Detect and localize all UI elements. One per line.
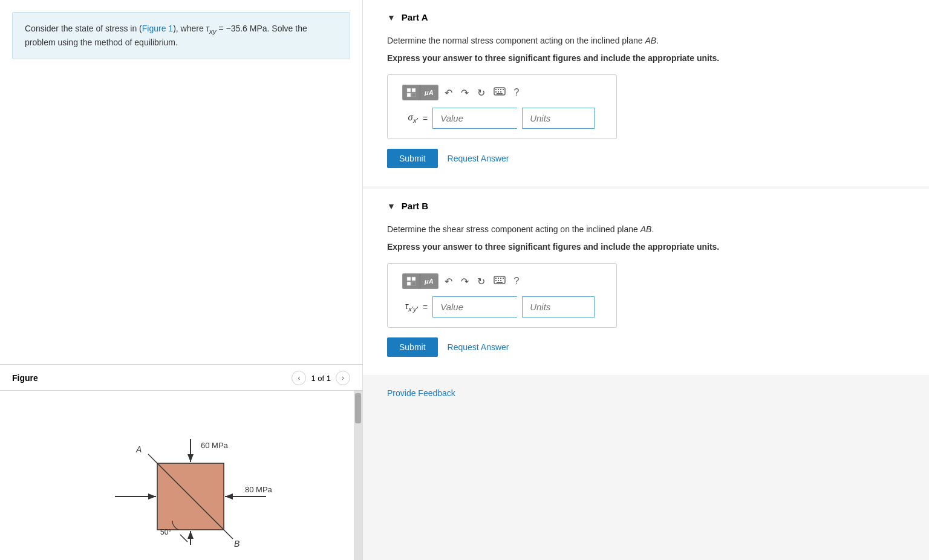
part-a-redo-button[interactable]: ↷	[458, 86, 471, 100]
part-a-value-input[interactable]	[432, 108, 517, 129]
problem-text: Consider the state of stress in (Figure …	[25, 24, 307, 47]
part-a-undo-button[interactable]: ↶	[442, 86, 455, 100]
part-a-title: Part A	[402, 12, 428, 22]
figure-nav: ‹ 1 of 1 ›	[292, 371, 350, 385]
part-b-redo-button[interactable]: ↷	[458, 275, 471, 288]
figure-content: 60 MPa 80 MPa A	[0, 391, 362, 560]
svg-rect-34	[495, 278, 497, 279]
svg-rect-28	[497, 93, 503, 94]
part-b-answer-label: τx'y'	[400, 301, 418, 313]
svg-marker-2	[187, 454, 194, 462]
svg-rect-24	[503, 89, 504, 90]
part-b-toolbar-btn-group: μA	[402, 273, 438, 289]
svg-marker-10	[148, 493, 156, 500]
part-b-collapse-icon[interactable]: ▼	[387, 201, 396, 211]
part-b-instruction: Express your answer to three significant…	[387, 241, 905, 253]
svg-rect-37	[503, 278, 504, 279]
svg-rect-17	[412, 88, 416, 92]
part-a-instruction: Express your answer to three significant…	[387, 52, 905, 65]
svg-rect-32	[412, 282, 416, 285]
svg-rect-35	[498, 278, 499, 279]
part-a-grid-icon-button[interactable]	[403, 85, 420, 100]
part-b-undo-button[interactable]: ↶	[442, 275, 455, 288]
svg-rect-27	[500, 91, 501, 93]
part-b-reset-button[interactable]: ↻	[475, 275, 487, 288]
part-b-keyboard-button[interactable]	[491, 275, 508, 288]
svg-rect-29	[407, 277, 411, 281]
part-b-value-input[interactable]	[432, 296, 517, 317]
svg-rect-21	[495, 89, 497, 90]
svg-marker-7	[225, 493, 233, 500]
svg-rect-23	[500, 89, 501, 90]
part-b-help-button[interactable]: ?	[512, 275, 522, 288]
part-b-description: Determine the shear stress component act…	[387, 223, 905, 236]
svg-rect-22	[498, 89, 499, 90]
part-a-units-input[interactable]	[522, 108, 595, 129]
svg-rect-30	[412, 277, 416, 281]
prev-figure-button[interactable]: ‹	[292, 371, 306, 385]
part-a-equals: =	[423, 114, 428, 123]
figure-link[interactable]: Figure 1	[142, 24, 173, 33]
svg-text:B: B	[234, 539, 240, 549]
part-a-keyboard-button[interactable]	[491, 86, 508, 99]
part-a-request-answer-link[interactable]: Request Answer	[448, 154, 509, 163]
svg-text:A: A	[135, 444, 142, 454]
part-a-header: ▼ Part A	[387, 12, 905, 22]
part-a-toolbar-btn-group: μA	[402, 85, 438, 100]
scrollbar-thumb	[355, 393, 361, 423]
svg-text:60 MPa: 60 MPa	[201, 441, 229, 450]
svg-rect-16	[407, 88, 411, 92]
svg-line-15	[180, 535, 187, 542]
part-b-section: ▼ Part B Determine the shear stress comp…	[363, 189, 929, 375]
part-a-answer-box: μA ↶ ↷ ↻	[387, 74, 617, 139]
svg-text:50°: 50°	[160, 528, 171, 536]
figure-title: Figure	[12, 373, 38, 383]
left-panel: Consider the state of stress in (Figure …	[0, 0, 363, 560]
part-b-grid-icon-button[interactable]	[403, 274, 420, 288]
svg-text:80 MPa: 80 MPa	[245, 485, 273, 494]
svg-rect-26	[498, 91, 499, 93]
part-a-section: ▼ Part A Determine the normal stress com…	[363, 0, 929, 186]
part-a-description: Determine the normal stress component ac…	[387, 34, 905, 47]
part-b-toolbar: μA ↶ ↷ ↻	[397, 273, 607, 289]
page-indicator: 1 of 1	[311, 374, 331, 383]
problem-statement: Consider the state of stress in (Figure …	[12, 12, 350, 59]
part-a-help-button[interactable]: ?	[512, 86, 522, 99]
svg-rect-25	[495, 91, 497, 93]
scrollbar[interactable]	[354, 391, 362, 560]
part-b-action-row: Submit Request Answer	[387, 337, 905, 357]
part-b-units-input[interactable]	[522, 296, 595, 317]
part-a-answer-row: σx' =	[397, 108, 607, 129]
part-a-answer-label: σx'	[400, 112, 418, 124]
svg-rect-40	[500, 280, 501, 281]
part-b-mu-button[interactable]: μA	[420, 274, 438, 288]
part-a-mu-button[interactable]: μA	[420, 85, 438, 100]
part-b-equals: =	[423, 302, 428, 312]
grid-icon	[406, 276, 416, 286]
next-figure-button[interactable]: ›	[336, 371, 350, 385]
part-b-header: ▼ Part B	[387, 201, 905, 211]
part-b-request-answer-link[interactable]: Request Answer	[448, 342, 509, 352]
grid-icon	[406, 88, 416, 97]
svg-rect-19	[412, 93, 416, 97]
svg-rect-36	[500, 278, 501, 279]
part-b-title: Part B	[402, 201, 428, 211]
figure-header: Figure ‹ 1 of 1 ›	[0, 365, 362, 390]
part-a-action-row: Submit Request Answer	[387, 149, 905, 168]
svg-rect-38	[495, 280, 497, 281]
part-b-answer-row: τx'y' =	[397, 296, 607, 317]
figure-section: Figure ‹ 1 of 1 › 60 MPa	[0, 364, 362, 560]
provide-feedback-link[interactable]: Provide Feedback	[387, 388, 455, 398]
svg-rect-18	[407, 93, 411, 97]
keyboard-icon	[494, 276, 506, 284]
figure-svg: 60 MPa 80 MPa A	[60, 397, 302, 554]
svg-rect-41	[497, 282, 503, 283]
svg-rect-31	[407, 282, 411, 285]
provide-feedback-section: Provide Feedback	[363, 376, 929, 410]
part-a-reset-button[interactable]: ↻	[475, 86, 487, 100]
part-a-submit-button[interactable]: Submit	[387, 149, 438, 168]
part-b-submit-button[interactable]: Submit	[387, 337, 438, 357]
right-panel: ▼ Part A Determine the normal stress com…	[363, 0, 929, 560]
part-b-answer-box: μA ↶ ↷ ↻	[387, 263, 617, 328]
part-a-collapse-icon[interactable]: ▼	[387, 13, 396, 22]
